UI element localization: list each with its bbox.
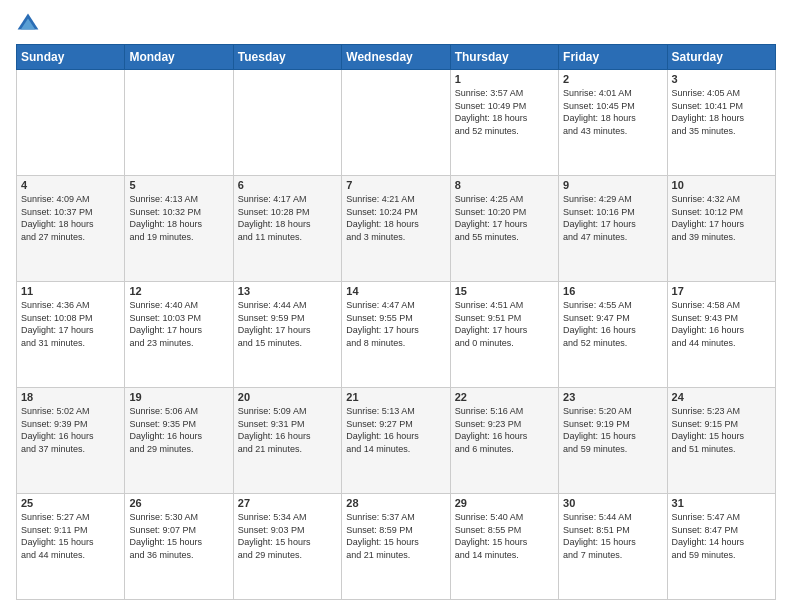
day-number: 6 — [238, 179, 337, 191]
calendar-cell: 19Sunrise: 5:06 AM Sunset: 9:35 PM Dayli… — [125, 388, 233, 494]
day-info: Sunrise: 4:36 AM Sunset: 10:08 PM Daylig… — [21, 299, 120, 349]
day-info: Sunrise: 5:30 AM Sunset: 9:07 PM Dayligh… — [129, 511, 228, 561]
day-info: Sunrise: 5:02 AM Sunset: 9:39 PM Dayligh… — [21, 405, 120, 455]
weekday-header-thursday: Thursday — [450, 45, 558, 70]
day-info: Sunrise: 5:09 AM Sunset: 9:31 PM Dayligh… — [238, 405, 337, 455]
day-info: Sunrise: 5:37 AM Sunset: 8:59 PM Dayligh… — [346, 511, 445, 561]
calendar-cell: 18Sunrise: 5:02 AM Sunset: 9:39 PM Dayli… — [17, 388, 125, 494]
calendar-cell: 10Sunrise: 4:32 AM Sunset: 10:12 PM Dayl… — [667, 176, 775, 282]
week-row-3: 11Sunrise: 4:36 AM Sunset: 10:08 PM Dayl… — [17, 282, 776, 388]
calendar-cell: 21Sunrise: 5:13 AM Sunset: 9:27 PM Dayli… — [342, 388, 450, 494]
day-info: Sunrise: 4:05 AM Sunset: 10:41 PM Daylig… — [672, 87, 771, 137]
day-number: 26 — [129, 497, 228, 509]
logo-icon — [16, 12, 40, 36]
calendar-cell: 29Sunrise: 5:40 AM Sunset: 8:55 PM Dayli… — [450, 494, 558, 600]
calendar-cell: 26Sunrise: 5:30 AM Sunset: 9:07 PM Dayli… — [125, 494, 233, 600]
day-info: Sunrise: 4:55 AM Sunset: 9:47 PM Dayligh… — [563, 299, 662, 349]
calendar-cell: 14Sunrise: 4:47 AM Sunset: 9:55 PM Dayli… — [342, 282, 450, 388]
day-info: Sunrise: 5:06 AM Sunset: 9:35 PM Dayligh… — [129, 405, 228, 455]
calendar-cell: 3Sunrise: 4:05 AM Sunset: 10:41 PM Dayli… — [667, 70, 775, 176]
day-info: Sunrise: 3:57 AM Sunset: 10:49 PM Daylig… — [455, 87, 554, 137]
weekday-header-tuesday: Tuesday — [233, 45, 341, 70]
calendar-cell: 7Sunrise: 4:21 AM Sunset: 10:24 PM Dayli… — [342, 176, 450, 282]
day-info: Sunrise: 4:29 AM Sunset: 10:16 PM Daylig… — [563, 193, 662, 243]
day-info: Sunrise: 4:09 AM Sunset: 10:37 PM Daylig… — [21, 193, 120, 243]
page: SundayMondayTuesdayWednesdayThursdayFrid… — [0, 0, 792, 612]
day-number: 4 — [21, 179, 120, 191]
weekday-header-monday: Monday — [125, 45, 233, 70]
calendar-cell — [17, 70, 125, 176]
day-number: 18 — [21, 391, 120, 403]
calendar-cell: 8Sunrise: 4:25 AM Sunset: 10:20 PM Dayli… — [450, 176, 558, 282]
day-number: 11 — [21, 285, 120, 297]
day-number: 3 — [672, 73, 771, 85]
calendar-cell: 13Sunrise: 4:44 AM Sunset: 9:59 PM Dayli… — [233, 282, 341, 388]
day-number: 17 — [672, 285, 771, 297]
day-info: Sunrise: 4:47 AM Sunset: 9:55 PM Dayligh… — [346, 299, 445, 349]
day-info: Sunrise: 4:17 AM Sunset: 10:28 PM Daylig… — [238, 193, 337, 243]
calendar-table: SundayMondayTuesdayWednesdayThursdayFrid… — [16, 44, 776, 600]
calendar-cell: 15Sunrise: 4:51 AM Sunset: 9:51 PM Dayli… — [450, 282, 558, 388]
day-number: 13 — [238, 285, 337, 297]
day-info: Sunrise: 5:44 AM Sunset: 8:51 PM Dayligh… — [563, 511, 662, 561]
calendar-cell: 27Sunrise: 5:34 AM Sunset: 9:03 PM Dayli… — [233, 494, 341, 600]
day-number: 22 — [455, 391, 554, 403]
weekday-header-friday: Friday — [559, 45, 667, 70]
day-number: 25 — [21, 497, 120, 509]
day-number: 15 — [455, 285, 554, 297]
day-info: Sunrise: 4:51 AM Sunset: 9:51 PM Dayligh… — [455, 299, 554, 349]
day-number: 7 — [346, 179, 445, 191]
calendar-cell: 1Sunrise: 3:57 AM Sunset: 10:49 PM Dayli… — [450, 70, 558, 176]
calendar-cell: 23Sunrise: 5:20 AM Sunset: 9:19 PM Dayli… — [559, 388, 667, 494]
calendar-cell — [342, 70, 450, 176]
day-info: Sunrise: 5:20 AM Sunset: 9:19 PM Dayligh… — [563, 405, 662, 455]
day-number: 10 — [672, 179, 771, 191]
calendar-cell: 5Sunrise: 4:13 AM Sunset: 10:32 PM Dayli… — [125, 176, 233, 282]
day-info: Sunrise: 5:16 AM Sunset: 9:23 PM Dayligh… — [455, 405, 554, 455]
calendar-cell: 4Sunrise: 4:09 AM Sunset: 10:37 PM Dayli… — [17, 176, 125, 282]
day-info: Sunrise: 4:13 AM Sunset: 10:32 PM Daylig… — [129, 193, 228, 243]
day-info: Sunrise: 4:21 AM Sunset: 10:24 PM Daylig… — [346, 193, 445, 243]
calendar-cell: 6Sunrise: 4:17 AM Sunset: 10:28 PM Dayli… — [233, 176, 341, 282]
day-number: 5 — [129, 179, 228, 191]
weekday-header-saturday: Saturday — [667, 45, 775, 70]
week-row-5: 25Sunrise: 5:27 AM Sunset: 9:11 PM Dayli… — [17, 494, 776, 600]
calendar-cell: 2Sunrise: 4:01 AM Sunset: 10:45 PM Dayli… — [559, 70, 667, 176]
day-info: Sunrise: 4:01 AM Sunset: 10:45 PM Daylig… — [563, 87, 662, 137]
week-row-1: 1Sunrise: 3:57 AM Sunset: 10:49 PM Dayli… — [17, 70, 776, 176]
calendar-cell — [233, 70, 341, 176]
day-number: 30 — [563, 497, 662, 509]
calendar-cell: 22Sunrise: 5:16 AM Sunset: 9:23 PM Dayli… — [450, 388, 558, 494]
day-info: Sunrise: 4:25 AM Sunset: 10:20 PM Daylig… — [455, 193, 554, 243]
day-info: Sunrise: 5:34 AM Sunset: 9:03 PM Dayligh… — [238, 511, 337, 561]
day-number: 12 — [129, 285, 228, 297]
calendar-cell: 11Sunrise: 4:36 AM Sunset: 10:08 PM Dayl… — [17, 282, 125, 388]
weekday-header-wednesday: Wednesday — [342, 45, 450, 70]
calendar-cell: 28Sunrise: 5:37 AM Sunset: 8:59 PM Dayli… — [342, 494, 450, 600]
day-number: 8 — [455, 179, 554, 191]
day-info: Sunrise: 5:40 AM Sunset: 8:55 PM Dayligh… — [455, 511, 554, 561]
day-number: 19 — [129, 391, 228, 403]
calendar-cell: 25Sunrise: 5:27 AM Sunset: 9:11 PM Dayli… — [17, 494, 125, 600]
calendar-cell: 9Sunrise: 4:29 AM Sunset: 10:16 PM Dayli… — [559, 176, 667, 282]
day-number: 16 — [563, 285, 662, 297]
header — [16, 12, 776, 36]
day-info: Sunrise: 4:32 AM Sunset: 10:12 PM Daylig… — [672, 193, 771, 243]
weekday-header-sunday: Sunday — [17, 45, 125, 70]
calendar-cell: 16Sunrise: 4:55 AM Sunset: 9:47 PM Dayli… — [559, 282, 667, 388]
day-info: Sunrise: 5:23 AM Sunset: 9:15 PM Dayligh… — [672, 405, 771, 455]
calendar-cell: 30Sunrise: 5:44 AM Sunset: 8:51 PM Dayli… — [559, 494, 667, 600]
calendar-cell: 17Sunrise: 4:58 AM Sunset: 9:43 PM Dayli… — [667, 282, 775, 388]
calendar-cell: 20Sunrise: 5:09 AM Sunset: 9:31 PM Dayli… — [233, 388, 341, 494]
day-info: Sunrise: 4:44 AM Sunset: 9:59 PM Dayligh… — [238, 299, 337, 349]
day-number: 31 — [672, 497, 771, 509]
day-info: Sunrise: 4:40 AM Sunset: 10:03 PM Daylig… — [129, 299, 228, 349]
calendar-cell: 24Sunrise: 5:23 AM Sunset: 9:15 PM Dayli… — [667, 388, 775, 494]
calendar-cell: 31Sunrise: 5:47 AM Sunset: 8:47 PM Dayli… — [667, 494, 775, 600]
day-number: 27 — [238, 497, 337, 509]
day-info: Sunrise: 5:27 AM Sunset: 9:11 PM Dayligh… — [21, 511, 120, 561]
day-number: 23 — [563, 391, 662, 403]
day-number: 14 — [346, 285, 445, 297]
day-number: 29 — [455, 497, 554, 509]
week-row-4: 18Sunrise: 5:02 AM Sunset: 9:39 PM Dayli… — [17, 388, 776, 494]
